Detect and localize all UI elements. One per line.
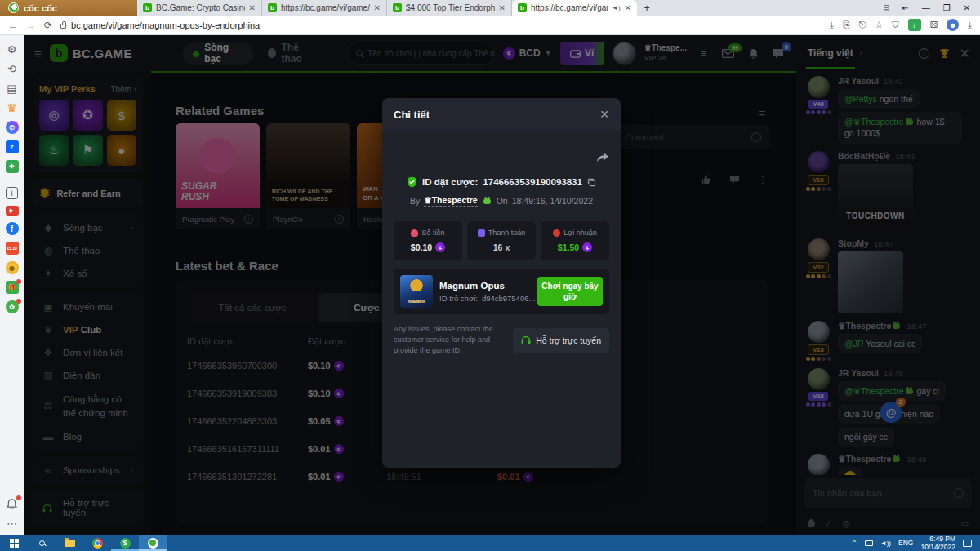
amount-icon (411, 229, 418, 237)
live-support-button[interactable]: Hỗ trợ trực tuyến (513, 328, 609, 353)
bcgame-favicon: b (393, 3, 402, 12)
browser-profile-avatar[interactable]: ☻ (947, 19, 959, 31)
money-app-icon[interactable]: $ (111, 535, 139, 551)
downloads-tray-icon[interactable]: ⤓ (968, 20, 972, 30)
bcgame-page: ≡ b BC.GAME ◆ Sòng bạc Thể thao Tên trò … (24, 35, 980, 535)
bet-id-value: 1746663539190093831 (483, 177, 582, 187)
player-name[interactable]: ♛Thespectre (424, 195, 477, 207)
brand-label: cốc cốc (24, 3, 57, 13)
browser-tab-bar: cốc cốc b BC.Game: Crypto Casino Gan ✕ b… (0, 0, 980, 16)
frog-emoji (483, 198, 491, 204)
tab-search-icon[interactable]: ⌸ (884, 3, 889, 13)
chrome-icon[interactable] (83, 535, 111, 551)
bcgame-favicon: b (518, 3, 527, 12)
extensions-puzzle-icon[interactable]: ⚄ (930, 20, 938, 30)
toolbar-actions: ⤓ ⎘ ⎋ ☆ ⛉ ↓ ⚄ ☻ ⤓ (830, 19, 972, 31)
browser-tab-4-active[interactable]: b https://bc.game/vi/game ◄) ✕ (512, 0, 637, 16)
modal-header: Chi tiết ✕ (382, 98, 621, 131)
play-now-button[interactable]: Chơi ngay bây giờ (537, 277, 603, 306)
reload-button[interactable]: ⟳ (44, 20, 52, 31)
game-name: Magnum Opus (439, 281, 531, 291)
games-gamepad-icon[interactable]: ✚ (6, 160, 19, 173)
coccoc-logo-icon (8, 2, 19, 13)
bet-by-row: By ♛Thespectre On 18:49:16, 14/10/2022 (394, 195, 609, 207)
tab-close-icon[interactable]: ✕ (625, 3, 631, 12)
taskbar-clock[interactable]: 6:49 PM 10/14/2022 (920, 535, 956, 551)
coccoc-taskbar-icon[interactable] (139, 535, 167, 551)
history-icon[interactable]: ⟲ (6, 62, 19, 75)
browser-toolbar: ← → ⟳ bc.game/vi/game/magnum-opus-by-end… (0, 16, 980, 35)
tab-close-icon[interactable]: ✕ (499, 3, 506, 12)
windows-taskbar: $ ⌃ ◄)) ENG 6:49 PM 10/14/2022 (0, 535, 980, 551)
network-icon[interactable] (865, 540, 873, 546)
bet-id-label: ID đặt cược: (422, 177, 478, 187)
forward-button[interactable]: → (26, 20, 36, 31)
bcd-coin-icon: ¢ (582, 242, 592, 252)
action-center-icon[interactable] (963, 540, 972, 547)
new-tab-button[interactable]: + (637, 0, 657, 16)
browser-tab-1[interactable]: b BC.Game: Crypto Casino Gan ✕ (137, 0, 262, 16)
bet-datetime: 18:49:16, 14/10/2022 (512, 196, 593, 206)
share-icon[interactable] (596, 152, 609, 163)
translate-icon[interactable]: ⎘ (843, 20, 850, 30)
url-text: bc.game/vi/game/magnum-opus-by-endorphin… (71, 20, 260, 30)
shopee-sale-icon[interactable]: 15.10 (6, 242, 19, 255)
tab-title: https://bc.game/vi/game/the (281, 3, 370, 12)
crown-rewards-icon[interactable]: ♛ (6, 101, 19, 114)
minimize-button[interactable]: — (922, 3, 930, 12)
window-controls: ⌸ ⇤ — ❐ ✕ (874, 0, 980, 16)
modal-title: Chi tiết (394, 109, 430, 121)
taskbar-search-icon[interactable] (28, 535, 56, 551)
start-button[interactable] (0, 535, 28, 551)
modal-close-icon[interactable]: ✕ (599, 108, 609, 121)
bet-stats: Số tiền $0.10¢ Thanh toán 16 x Lợi nhuận… (394, 221, 609, 260)
file-explorer-icon[interactable] (56, 535, 83, 551)
bet-id-row: ID đặt cược: 1746663539190093831 (394, 176, 609, 188)
tab-audio-icon[interactable]: ◄) (612, 4, 621, 11)
tray-expand-icon[interactable]: ⌃ (852, 540, 858, 547)
browser-tab-2[interactable]: b https://bc.game/vi/game/the ✕ (262, 0, 387, 16)
messenger-icon[interactable]: ✆ (6, 121, 19, 134)
coccoc-brand[interactable]: cốc cốc (0, 0, 137, 16)
adblock-shield-icon[interactable]: ⛉ (892, 20, 898, 30)
headset-icon (521, 335, 531, 344)
stat-amount: Số tiền $0.10¢ (394, 221, 462, 260)
address-bar[interactable]: bc.game/vi/game/magnum-opus-by-endorphin… (60, 20, 822, 30)
game-thumbnail[interactable]: MAGNUMOPUS (400, 275, 433, 308)
add-shortcut-icon[interactable]: + (6, 187, 18, 199)
stat-profit: Lợi nhuận $1.50¢ (541, 221, 609, 260)
support-note: Any issues, please contact the customer … (394, 324, 506, 356)
volume-icon[interactable]: ◄)) (880, 540, 891, 547)
share-icon[interactable]: ⎋ (859, 20, 866, 30)
tab-overview-icon[interactable]: ⇤ (902, 3, 908, 12)
system-tray: ⌃ ◄)) ENG 6:49 PM 10/14/2022 (852, 535, 980, 551)
tab-close-icon[interactable]: ✕ (374, 3, 381, 12)
promo-leaf-icon[interactable]: ✿ (6, 300, 19, 313)
sidebar-divider (5, 180, 20, 180)
tab-title: $4,000 Top Tier Endorphina N (406, 3, 495, 12)
maximize-button[interactable]: ❐ (943, 3, 951, 12)
facebook-icon[interactable]: f (6, 222, 19, 235)
back-button[interactable]: ← (8, 20, 18, 31)
youtube-icon[interactable]: ▶ (6, 206, 19, 216)
coccoc-sidebar: ⚙ ⟲ ▤ ♛ ✆ Z ✚ + ▶ f 15.10 ◉ 🎁 ✿ ⋯ (0, 35, 24, 535)
language-indicator[interactable]: ENG (898, 539, 913, 547)
bcgame-favicon: b (143, 3, 152, 12)
newsfeed-icon[interactable]: ▤ (6, 82, 19, 95)
copy-icon[interactable] (587, 178, 596, 187)
close-window-button[interactable]: ✕ (964, 3, 970, 12)
sidebar-more-icon[interactable]: ⋯ (6, 517, 19, 530)
zalo-icon[interactable]: Z (6, 140, 19, 153)
profit-icon (553, 229, 560, 237)
bookmark-star-icon[interactable]: ☆ (875, 20, 883, 30)
browser-tab-3[interactable]: b $4,000 Top Tier Endorphina N ✕ (387, 0, 512, 16)
tab-title: https://bc.game/vi/game (531, 3, 608, 12)
settings-gear-icon[interactable]: ⚙ (6, 42, 19, 56)
padlock-icon[interactable] (60, 24, 66, 29)
gift-box-icon[interactable]: 🎁 (6, 281, 19, 294)
coin-reward-icon[interactable]: ◉ (6, 261, 19, 274)
save-page-icon[interactable]: ⤓ (830, 20, 834, 30)
tab-close-icon[interactable]: ✕ (249, 3, 256, 12)
notifications-bell-icon[interactable] (6, 497, 19, 510)
video-download-icon[interactable]: ↓ (908, 19, 921, 31)
